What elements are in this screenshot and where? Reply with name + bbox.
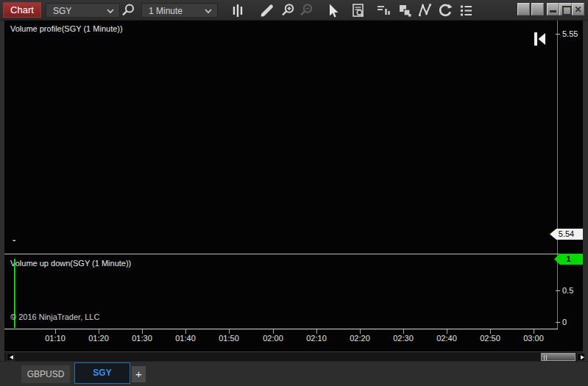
tab-bar: GBPUSD SGY + (0, 361, 588, 386)
time-axis-label: 01:30 (126, 334, 158, 343)
restore-button[interactable] (559, 3, 572, 15)
chevron-down-icon (107, 9, 114, 14)
indicator-value-marker: 1 (554, 254, 583, 265)
zigzag-line-icon[interactable] (417, 2, 433, 18)
time-axis-label: 02:30 (387, 334, 419, 343)
time-axis-label: 01:40 (169, 334, 202, 343)
ninjatrader-chart-window: Chart SGY 1 Minute (0, 0, 588, 386)
time-axis-label: 02:10 (300, 334, 333, 343)
last-price-marker: 5.54 (550, 229, 583, 240)
restore-icon (562, 6, 572, 15)
lower-panel-label: Volume up down(SGY (1 Minute)) (10, 259, 131, 268)
time-axis-label: 01:50 (213, 334, 245, 343)
close-icon: ✕ (573, 4, 584, 15)
chevron-down-icon (205, 9, 212, 14)
chart-style-icon[interactable] (230, 2, 246, 18)
properties-list-icon[interactable] (458, 2, 474, 18)
price-tick-mark (556, 34, 560, 35)
interval-value: 1 Minute (149, 5, 183, 17)
indicator-tick-mark (556, 322, 560, 323)
last-price-dash: - (13, 235, 15, 246)
upper-panel-label: Volume profile(SGY (1 Minute)) (10, 24, 123, 33)
indicator-tick-label: 0 (562, 318, 567, 326)
instrument-value: SGY (53, 5, 71, 17)
tab-sgy[interactable]: SGY (74, 362, 130, 384)
drawing-tools-pencil-icon[interactable] (258, 2, 274, 18)
indicator-tick-label: 0.5 (562, 286, 573, 295)
time-axis-label: 02:40 (431, 334, 463, 343)
chart-panels-icon[interactable] (375, 2, 392, 18)
tab-gbpusd[interactable]: GBPUSD (21, 365, 70, 383)
time-axis-label: 03:00 (517, 334, 550, 343)
zoom-in-icon[interactable] (280, 2, 296, 18)
time-axis-label: 01:20 (82, 334, 115, 343)
close-button[interactable]: ✕ (572, 3, 584, 15)
time-axis-label: 02:20 (344, 334, 376, 343)
scroll-left-button[interactable] (7, 353, 15, 361)
bring-to-front-layers-icon[interactable] (397, 2, 413, 18)
scrollbar-grip (544, 355, 548, 360)
reload-icon[interactable] (437, 2, 453, 18)
right-arrow-icon (581, 355, 584, 360)
copyright-text: © 2016 NinjaTrader, LLC (10, 312, 99, 321)
chart-surface[interactable]: Volume profile(SGY (1 Minute)) 5.55 - 5.… (4, 21, 583, 351)
zoom-out-icon[interactable] (298, 2, 314, 18)
price-axis-line (557, 21, 558, 329)
cursor-pointer-icon[interactable] (324, 2, 340, 18)
scrollbar-thumb[interactable] (541, 353, 575, 361)
panel-divider[interactable] (4, 254, 583, 254)
data-box-icon[interactable] (350, 2, 366, 18)
left-arrow-icon (10, 355, 13, 360)
time-axis-label: 02:00 (257, 334, 289, 343)
toolbar: Chart SGY 1 Minute (0, 0, 588, 21)
horizontal-scrollbar[interactable] (4, 351, 583, 361)
price-tick-label: 5.55 (562, 29, 578, 38)
window-blank-button-1[interactable] (517, 3, 530, 15)
go-to-last-bar-icon[interactable] (534, 32, 546, 46)
time-axis-label: 01:10 (39, 334, 71, 343)
window-blank-button-2[interactable] (531, 3, 544, 15)
time-axis-label: 02:50 (474, 334, 506, 343)
chart-menu-button[interactable]: Chart (3, 2, 41, 18)
scroll-right-button[interactable] (577, 353, 585, 361)
interval-selector[interactable]: 1 Minute (141, 3, 218, 18)
indicator-tick-mark (556, 290, 560, 291)
add-tab-button[interactable]: + (132, 366, 146, 382)
lower-panel-bottom-border (4, 329, 558, 329)
minimize-icon (550, 10, 556, 12)
minimize-button[interactable] (547, 3, 559, 15)
instrument-selector[interactable]: SGY (46, 3, 120, 18)
search-icon[interactable] (120, 2, 136, 18)
